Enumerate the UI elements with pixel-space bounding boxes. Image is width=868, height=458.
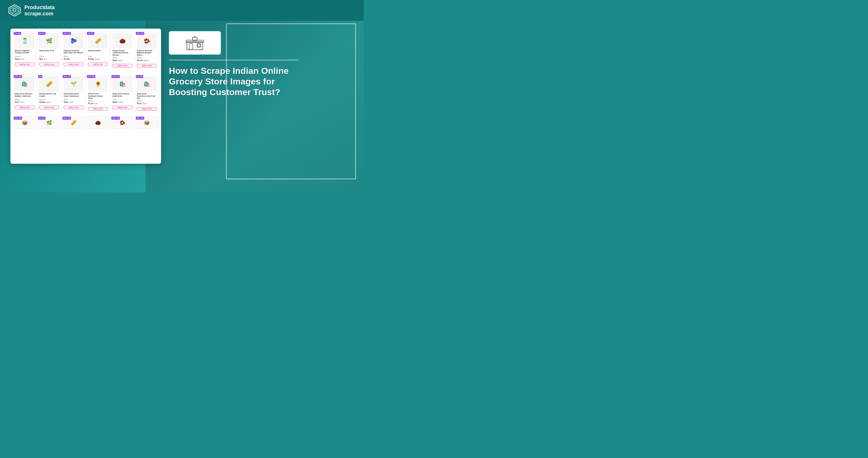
price-row: ₹147 ₹160: [137, 102, 157, 105]
right-panel: How to Scrape Indian Online Grocery Stor…: [169, 29, 353, 97]
add-to-cart-button[interactable]: Add to Cart: [113, 64, 132, 67]
price-row: ₹2556 ₹3000: [39, 101, 59, 103]
original-price: ₹541: [20, 101, 24, 103]
product-qty: 200 g: [137, 100, 157, 102]
add-to-cart-button[interactable]: Add to Cart: [64, 63, 83, 66]
product-image: 🌱: [64, 76, 83, 92]
original-price: ₹199: [94, 103, 98, 105]
product-card: 8% Off 🛍️ Daily Good Panchmeva Dry Fruit…: [135, 74, 158, 112]
product-card: 18% Off 🌱 Orika Idukki Bold Green Cardam…: [62, 74, 85, 112]
product-grid-row3: 20% Off📦3% Off🌿16% Off🥜🌰10% Off🫘19% Off📦: [10, 115, 161, 131]
discount-badge: 10% Off: [112, 117, 120, 120]
logo-text: Productdata scrape.com: [24, 4, 55, 17]
original-price: ₹345: [69, 101, 73, 103]
product-image: 🫐: [64, 33, 83, 49]
add-to-cart-button[interactable]: Add to Cart: [39, 106, 59, 109]
add-to-cart-button[interactable]: Add to Cart: [137, 107, 157, 111]
product-qty: 200 g: [88, 100, 108, 102]
product-qty: 400 g: [137, 57, 157, 59]
product-name: Nourish Organics Omega Seed Mix: [15, 50, 35, 55]
product-image: 🛍️: [113, 76, 132, 92]
discount-badge: 8% Off: [136, 75, 143, 78]
product-qty: 1kg X 2: [39, 98, 59, 100]
store-icon-box: [169, 31, 221, 55]
original-price: ₹290: [20, 58, 24, 60]
current-price: ₹281: [64, 101, 68, 103]
product-qty: 400 g: [64, 55, 83, 57]
product-image: 🫘: [137, 33, 157, 49]
discount-badge: 1% Off: [87, 32, 94, 35]
price-row: ₹1299 ₹1500: [88, 58, 108, 60]
product-image: 🫙: [15, 33, 35, 49]
product-name: Daily Good Panchmeva Dry Fruit Mix: [137, 93, 157, 99]
product-card: 🌰 Nutraj Classic California Almond Kerne…: [111, 31, 134, 69]
product-name: Nutraj Classic California Almond Kernels: [113, 50, 132, 56]
product-name: Nutraj Cashew: [88, 50, 108, 55]
discount-badge: 7% Off: [14, 32, 21, 35]
product-card: 13% Off 🫐 Flyberry Gourmet Ajwa Dates Al…: [62, 31, 85, 69]
price-row: ₹179 ₹199: [88, 102, 108, 105]
price-row: ₹69 ₹75: [39, 58, 59, 60]
discount-badge: 21% Off: [136, 32, 144, 35]
product-image: 🥜: [88, 33, 108, 49]
product-card: 1% Off 🥜 Nutraj Cashew 1 kg ₹1299 ₹1500 …: [86, 31, 110, 69]
product-name: Khari Foods Sunflower Seeds Dried: [88, 93, 108, 99]
discount-badge: 20% Off: [14, 117, 22, 120]
product-qty: 1 kg: [88, 55, 108, 57]
current-price: ₹69: [39, 58, 43, 60]
discount-badge: 12% Off: [14, 75, 22, 78]
product-image: 🌿: [39, 33, 59, 49]
current-price: ₹2556: [39, 101, 45, 103]
product-qty: 1 kg: [113, 98, 132, 100]
original-price: ₹3000: [46, 101, 51, 103]
current-price: ₹147: [137, 102, 142, 105]
product-image: 🌰: [88, 118, 108, 126]
original-price: ₹160: [143, 103, 147, 105]
partial-product-card: 3% Off🌿: [37, 116, 61, 129]
add-to-cart-button[interactable]: Add to Cart: [113, 106, 132, 109]
price-row: ₹945 ₹1080: [113, 101, 132, 103]
main-content: 7% Off 🫙 Nourish Organics Omega Seed Mix…: [0, 21, 364, 172]
logo[interactable]: Productdata scrape.com: [8, 4, 55, 17]
divider: [169, 60, 299, 60]
svg-rect-5: [189, 44, 192, 50]
price-row: ₹1199: [64, 58, 83, 60]
add-to-cart-button[interactable]: Add to Cart: [88, 107, 108, 111]
add-to-cart-button[interactable]: Add to Cart: [64, 106, 83, 109]
partial-product-card: 16% Off🥜: [62, 116, 85, 129]
product-grid-row2: 12% Off 🛍️ Daily Good Almond / Badam | C…: [10, 72, 161, 115]
product-name: Daily Good Almond / Badam | California: [15, 93, 35, 98]
add-to-cart-button[interactable]: Add to Cart: [15, 106, 35, 109]
product-qty: 60 g: [64, 98, 83, 100]
product-name: Daily Good Almond (California): [113, 93, 132, 98]
partial-product-card: 🌰: [86, 116, 110, 129]
discount-badge: 3% Off: [38, 117, 45, 120]
logo-icon: [8, 4, 21, 17]
product-card: 10% Off 🌻 Khari Foods Sunflower Seeds Dr…: [86, 74, 110, 112]
original-price: ₹1290: [144, 60, 149, 62]
add-to-cart-button[interactable]: Add to Cart: [15, 63, 35, 66]
partial-product-card: 10% Off🫘: [111, 116, 134, 129]
add-to-cart-button[interactable]: Add to Cart: [137, 64, 157, 67]
product-name: Orika Idukki Bold Green Cardamom: [64, 93, 83, 98]
store-building-icon: [186, 34, 204, 52]
discount-badge: 18% Off: [63, 75, 71, 78]
product-image: 🛍️: [15, 76, 35, 92]
current-price: ₹392: [113, 59, 117, 62]
product-card: 7% Off 🫙 Nourish Organics Omega Seed Mix…: [13, 31, 36, 69]
article-title: How to Scrape Indian Online Grocery Stor…: [169, 65, 293, 97]
product-card: 13% Off 🛍️ Daily Good Almond (California…: [111, 74, 134, 112]
discount-badge: 19% Off: [136, 117, 144, 120]
product-image: 🌰: [113, 33, 132, 49]
product-card: 8% Off 🌿 Aashirvaad Jeera 100 g ₹69 ₹75 …: [37, 31, 61, 69]
product-name: Nutraj Cashew 1 kg Combo: [39, 93, 59, 98]
original-price: ₹1500: [95, 58, 100, 60]
product-name: Flyberry Gourmet Majestic Medjoul Dates.…: [137, 50, 157, 56]
product-image: 🌻: [88, 76, 108, 92]
add-to-cart-button[interactable]: Add to Cart: [39, 63, 59, 66]
discount-badge: Off: [38, 75, 42, 78]
price-row: ₹1019 ₹1290: [137, 59, 157, 62]
product-qty: 250 g: [113, 57, 132, 59]
add-to-cart-button[interactable]: Add to Cart: [88, 63, 108, 66]
product-name: Flyberry Gourmet Ajwa Dates All Natural: [64, 50, 83, 55]
